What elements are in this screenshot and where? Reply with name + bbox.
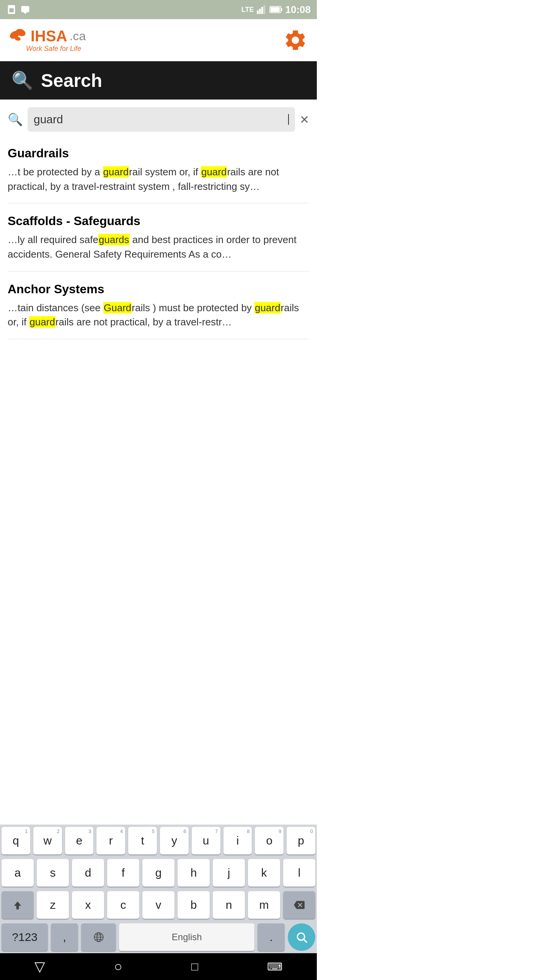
result-title-2: Scaffolds - Safeguards xyxy=(8,214,309,228)
highlight: guard xyxy=(103,166,129,178)
result-title-1: Guardrails xyxy=(8,146,309,160)
search-header-title: Search xyxy=(41,70,102,91)
results-container: Guardrails …t be protected by a guardrai… xyxy=(0,136,317,339)
ihsa-logo-icon xyxy=(9,27,28,45)
highlight: guards xyxy=(98,234,130,245)
search-input-value[interactable]: guard xyxy=(34,113,287,126)
settings-icon[interactable] xyxy=(283,28,308,52)
signal-icon xyxy=(256,4,267,15)
result-snippet-3: …tain distances (see Guardrails ) must b… xyxy=(8,301,309,330)
search-header-bar: 🔍 Search xyxy=(0,61,317,100)
svg-rect-9 xyxy=(281,8,282,11)
brand-name: IHSA xyxy=(31,28,67,45)
result-item-scaffolds[interactable]: Scaffolds - Safeguards …ly all required … xyxy=(8,203,309,271)
search-input-row: 🔍 guard ✕ xyxy=(0,100,317,136)
lte-label: LTE xyxy=(241,6,254,14)
clear-button[interactable]: ✕ xyxy=(300,113,309,126)
search-input-box[interactable]: guard xyxy=(28,107,295,132)
highlight: Guard xyxy=(103,302,132,314)
notification-icon xyxy=(20,4,31,15)
highlight: guard xyxy=(254,302,281,314)
svg-rect-2 xyxy=(21,6,29,12)
status-icons-right: LTE 10:08 xyxy=(241,4,311,16)
app-header: IHSA .ca Work Safe for Life xyxy=(0,19,317,61)
svg-marker-3 xyxy=(23,12,27,14)
result-item-guardrails[interactable]: Guardrails …t be protected by a guardrai… xyxy=(8,136,309,203)
highlight: guard xyxy=(201,166,227,178)
status-bar: LTE 10:08 xyxy=(0,0,317,19)
brand-tld: .ca xyxy=(70,29,86,43)
result-snippet-2: …ly all required safeguards and best pra… xyxy=(8,233,309,261)
text-cursor xyxy=(288,114,289,125)
svg-rect-10 xyxy=(271,7,280,12)
logo-area: IHSA .ca Work Safe for Life xyxy=(9,27,86,53)
svg-rect-5 xyxy=(259,9,261,14)
battery-icon xyxy=(269,4,283,15)
svg-rect-1 xyxy=(9,8,14,13)
time-display: 10:08 xyxy=(285,4,311,16)
logo-tagline: Work Safe for Life xyxy=(26,45,81,53)
highlight: guard xyxy=(29,316,55,328)
result-title-3: Anchor Systems xyxy=(8,282,309,296)
sim-icon xyxy=(6,4,17,15)
search-input-icon: 🔍 xyxy=(8,112,23,127)
svg-rect-7 xyxy=(263,5,265,14)
result-item-anchor[interactable]: Anchor Systems …tain distances (see Guar… xyxy=(8,271,309,339)
result-snippet-1: …t be protected by a guardrail system or… xyxy=(8,165,309,194)
svg-rect-6 xyxy=(261,7,263,14)
status-icons-left xyxy=(6,4,31,15)
search-header-icon: 🔍 xyxy=(11,70,33,91)
svg-rect-4 xyxy=(257,10,259,14)
